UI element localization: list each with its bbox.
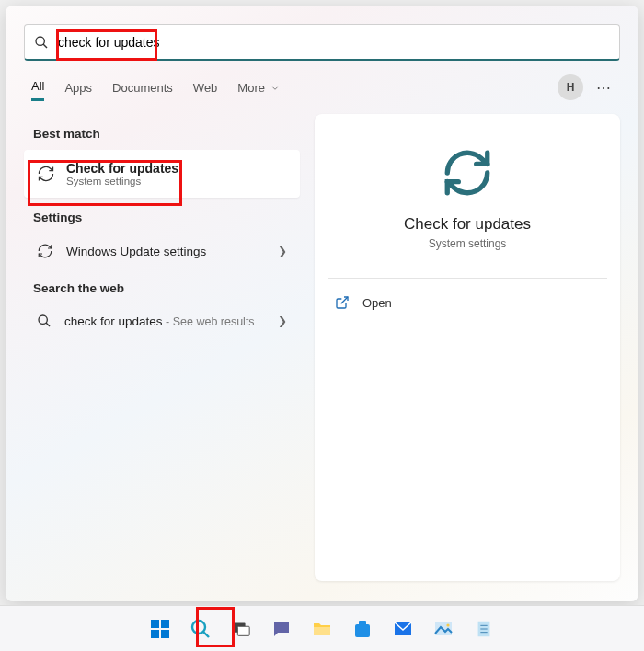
chevron-right-icon: ❯ — [278, 314, 287, 327]
web-result-suffix: - See web results — [163, 315, 255, 328]
user-avatar[interactable]: H — [558, 74, 583, 100]
tab-all[interactable]: All — [31, 74, 44, 101]
web-result-query: check for updates — [64, 314, 163, 328]
svg-point-2 — [39, 315, 47, 324]
taskbar-search-button[interactable] — [186, 614, 215, 644]
chevron-down-icon — [270, 84, 280, 93]
store-button[interactable] — [348, 614, 377, 644]
tab-more[interactable]: More — [237, 75, 279, 100]
filter-tabs: All Apps Documents Web More H ⋯ — [6, 68, 638, 101]
svg-rect-13 — [314, 627, 330, 635]
detail-subtitle: System settings — [429, 237, 507, 250]
content-area: Best match Check for updates System sett… — [6, 101, 638, 600]
task-view-button[interactable] — [226, 614, 256, 644]
best-match-title: Check for updates — [66, 161, 178, 176]
start-button[interactable] — [145, 614, 175, 644]
settings-result-label: Windows Update settings — [66, 245, 206, 258]
file-explorer-button[interactable] — [307, 614, 337, 644]
svg-rect-15 — [359, 621, 366, 625]
svg-point-18 — [446, 623, 449, 626]
best-match-text: Check for updates System settings — [66, 161, 178, 187]
tab-apps[interactable]: Apps — [64, 75, 92, 100]
search-bar[interactable] — [24, 24, 620, 61]
svg-rect-5 — [151, 620, 159, 628]
tab-documents[interactable]: Documents — [112, 75, 173, 100]
notepad-button[interactable] — [469, 614, 499, 644]
search-icon — [25, 35, 58, 50]
svg-point-9 — [192, 621, 205, 634]
refresh-icon — [37, 165, 55, 183]
best-match-subtitle: System settings — [66, 176, 178, 187]
search-icon — [37, 314, 52, 328]
tab-more-label: More — [237, 81, 265, 95]
detail-panel: Check for updates System settings Open — [315, 114, 620, 581]
taskbar — [0, 605, 644, 651]
results-column: Best match Check for updates System sett… — [24, 114, 300, 581]
best-match-header: Best match — [24, 114, 300, 150]
svg-line-3 — [46, 323, 50, 326]
search-bar-container — [6, 6, 638, 68]
svg-line-1 — [43, 44, 47, 48]
more-options-icon[interactable]: ⋯ — [596, 79, 613, 97]
svg-point-0 — [36, 37, 44, 45]
svg-rect-14 — [355, 624, 370, 637]
search-window: All Apps Documents Web More H ⋯ Best mat… — [6, 6, 638, 601]
chat-button[interactable] — [267, 614, 296, 644]
open-label: Open — [362, 296, 392, 310]
mail-button[interactable] — [388, 614, 418, 644]
detail-title: Check for updates — [404, 215, 531, 234]
settings-result[interactable]: Windows Update settings ❯ — [24, 234, 300, 268]
web-header: Search the web — [24, 268, 300, 304]
svg-line-4 — [341, 297, 348, 303]
chevron-right-icon: ❯ — [278, 245, 287, 257]
best-match-result[interactable]: Check for updates System settings — [24, 150, 300, 198]
svg-rect-8 — [161, 630, 169, 638]
search-input[interactable] — [58, 25, 619, 59]
photos-button[interactable] — [429, 614, 458, 644]
settings-header: Settings — [24, 198, 300, 234]
svg-rect-6 — [161, 620, 169, 628]
web-result-text: check for updates - See web results — [64, 314, 255, 328]
tab-web[interactable]: Web — [193, 75, 218, 100]
web-result[interactable]: check for updates - See web results ❯ — [24, 304, 300, 337]
refresh-icon — [37, 243, 53, 259]
open-external-icon — [335, 295, 350, 310]
refresh-icon — [440, 145, 495, 200]
open-action[interactable]: Open — [328, 279, 607, 310]
svg-rect-12 — [237, 626, 249, 635]
svg-line-10 — [203, 632, 209, 637]
svg-rect-7 — [151, 630, 159, 638]
